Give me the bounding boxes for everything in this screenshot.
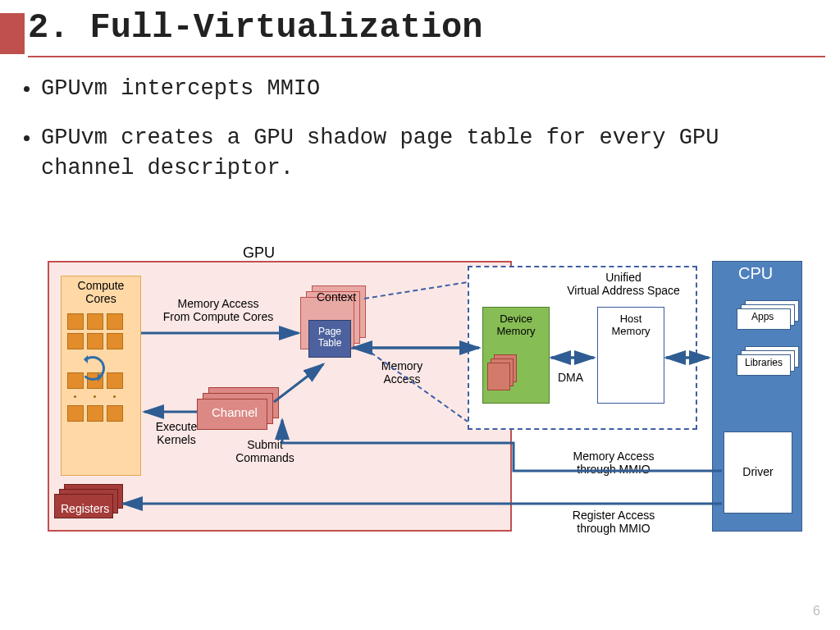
arrow-label-submit: Submit Commands (228, 438, 302, 464)
bullet-item: GPUvm creates a GPU shadow page table fo… (41, 123, 815, 183)
arrow-label-dma: DMA (558, 371, 583, 384)
arrow-label-mem-mmio: Memory Access through MMIO (559, 450, 668, 476)
slide-title: 2. Full-Virtualization (28, 8, 483, 48)
architecture-diagram: GPU Compute Cores Context Page Table Cha… (25, 241, 812, 578)
cpu-label: CPU (738, 264, 773, 283)
channel-label: Channel (212, 405, 258, 419)
bullet-list: GPUvm intercepts MMIO GPUvm creates a GP… (41, 74, 815, 203)
registers-label: Registers (61, 502, 109, 515)
title-accent-bar (0, 13, 25, 54)
page-number: 6 (813, 604, 820, 619)
host-memory-box: Host Memory (597, 307, 664, 404)
driver-box: Driver (724, 431, 792, 514)
title-underline (28, 56, 825, 57)
refresh-icon (80, 356, 105, 381)
page-table-box: Page Table (308, 320, 351, 358)
apps-label: Apps (751, 312, 774, 323)
arrow-label-mem-access: Memory Access (372, 359, 432, 386)
arrow-label-mem-cores: Memory Access From Compute Cores (149, 297, 287, 323)
libraries-label: Libraries (745, 358, 783, 369)
gpu-label: GPU (243, 244, 275, 262)
arrow-label-exec: Execute Kernels (146, 420, 207, 446)
compute-cores-label: Compute Cores (62, 279, 139, 305)
arrow-label-reg-mmio: Register Access through MMIO (559, 509, 668, 535)
context-label: Context (317, 290, 356, 304)
uas-title: Unified Virtual Address Space (550, 271, 697, 297)
bullet-item: GPUvm intercepts MMIO (41, 74, 815, 103)
